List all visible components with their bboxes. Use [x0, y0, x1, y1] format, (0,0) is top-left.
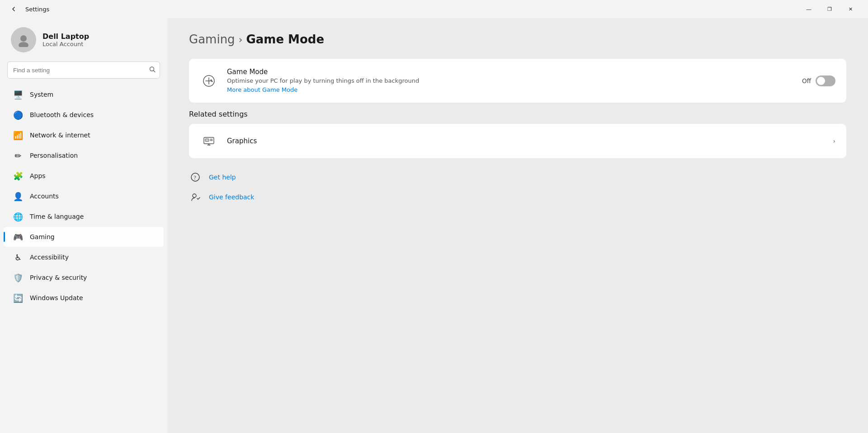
app-title: Settings: [25, 6, 793, 13]
game-mode-control: Off: [802, 75, 835, 86]
nav-list: 🖥️System🔵Bluetooth & devices📶Network & i…: [0, 84, 167, 308]
user-account-type: Local Account: [42, 41, 89, 47]
sidebar-item-accounts[interactable]: 👤Accounts: [4, 186, 164, 206]
sidebar-item-system[interactable]: 🖥️System: [4, 85, 164, 104]
sidebar-item-bluetooth[interactable]: 🔵Bluetooth & devices: [4, 105, 164, 125]
accessibility-nav-label: Accessibility: [30, 254, 69, 261]
window-controls: — ❐ ✕: [798, 2, 861, 16]
system-nav-icon: 🖥️: [13, 89, 24, 100]
breadcrumb-separator: ›: [239, 34, 243, 45]
apps-nav-icon: 🧩: [13, 170, 24, 181]
personalise-nav-icon: ✏️: [13, 150, 24, 161]
minimize-button[interactable]: —: [798, 2, 819, 16]
give-feedback-link[interactable]: Give feedback: [209, 193, 254, 201]
sidebar-item-personalise[interactable]: ✏️Personalisation: [4, 146, 164, 165]
user-name: Dell Laptop: [42, 32, 89, 41]
give-feedback-row[interactable]: Give feedback: [189, 189, 846, 205]
toggle-state-label: Off: [802, 77, 811, 85]
privacy-nav-icon: 🛡️: [13, 272, 24, 283]
system-nav-label: System: [30, 91, 53, 98]
game-mode-description: Optimise your PC for play by turning thi…: [227, 77, 793, 84]
accessibility-nav-icon: ♿: [13, 252, 24, 263]
time-nav-icon: 🌐: [13, 211, 24, 222]
related-settings-title: Related settings: [189, 110, 846, 118]
sidebar: Dell Laptop Local Account 🖥️System🔵Bluet…: [0, 18, 167, 433]
get-help-icon: ?: [189, 171, 202, 184]
network-nav-label: Network & internet: [30, 132, 90, 139]
update-nav-label: Windows Update: [30, 294, 83, 301]
breadcrumb-parent[interactable]: Gaming: [189, 33, 235, 46]
search-box: [7, 61, 160, 79]
privacy-nav-label: Privacy & security: [30, 274, 87, 281]
close-button[interactable]: ✕: [840, 2, 861, 16]
update-nav-icon: 🔄: [13, 292, 24, 303]
personalise-nav-label: Personalisation: [30, 152, 78, 159]
game-mode-info: Game Mode Optimise your PC for play by t…: [227, 68, 793, 94]
game-mode-card: Game Mode Optimise your PC for play by t…: [189, 59, 846, 103]
sidebar-item-update[interactable]: 🔄Windows Update: [4, 288, 164, 308]
game-mode-title: Game Mode: [227, 68, 793, 76]
game-mode-toggle[interactable]: [816, 75, 835, 86]
sidebar-item-apps[interactable]: 🧩Apps: [4, 166, 164, 186]
gaming-nav-icon: 🎮: [13, 231, 24, 242]
svg-point-5: [211, 79, 212, 80]
app-body: Dell Laptop Local Account 🖥️System🔵Bluet…: [0, 18, 868, 433]
main-content: Gaming › Game Mode Game Mode Optimise yo…: [167, 18, 868, 433]
help-section: ? Get help Give feedback: [189, 169, 846, 205]
game-mode-row: Game Mode Optimise your PC for play by t…: [189, 59, 846, 103]
time-nav-label: Time & language: [30, 213, 84, 220]
game-mode-icon: [200, 72, 218, 90]
user-info: Dell Laptop Local Account: [42, 32, 89, 47]
game-mode-link[interactable]: More about Game Mode: [227, 86, 297, 93]
sidebar-item-accessibility[interactable]: ♿Accessibility: [4, 247, 164, 267]
related-settings-card: Graphics ›: [189, 124, 846, 158]
get-help-row[interactable]: ? Get help: [189, 169, 846, 185]
sidebar-item-privacy[interactable]: 🛡️Privacy & security: [4, 268, 164, 287]
search-input[interactable]: [7, 61, 160, 79]
toggle-track[interactable]: [816, 75, 835, 86]
svg-text:?: ?: [194, 174, 196, 181]
give-feedback-icon: [189, 191, 202, 203]
sidebar-item-gaming[interactable]: 🎮Gaming: [4, 227, 164, 247]
restore-button[interactable]: ❐: [819, 2, 840, 16]
network-nav-icon: 📶: [13, 130, 24, 141]
toggle-thumb: [817, 77, 825, 85]
svg-point-0: [20, 35, 27, 42]
accounts-nav-icon: 👤: [13, 191, 24, 202]
breadcrumb-current: Game Mode: [246, 33, 324, 46]
sidebar-item-time[interactable]: 🌐Time & language: [4, 207, 164, 226]
breadcrumb: Gaming › Game Mode: [189, 33, 846, 46]
back-button[interactable]: [7, 3, 20, 15]
bluetooth-nav-label: Bluetooth & devices: [30, 111, 94, 118]
svg-point-15: [193, 194, 196, 198]
titlebar: Settings — ❐ ✕: [0, 0, 868, 18]
accounts-nav-label: Accounts: [30, 193, 59, 200]
avatar: [11, 27, 36, 52]
gaming-nav-label: Gaming: [30, 233, 55, 240]
graphics-icon: [200, 132, 218, 150]
apps-nav-label: Apps: [30, 172, 46, 179]
get-help-link[interactable]: Get help: [209, 174, 236, 181]
graphics-row[interactable]: Graphics ›: [189, 124, 846, 158]
svg-rect-8: [205, 139, 209, 141]
graphics-chevron-icon: ›: [833, 137, 835, 145]
graphics-label: Graphics: [227, 137, 824, 145]
bluetooth-nav-icon: 🔵: [13, 109, 24, 120]
sidebar-item-network[interactable]: 📶Network & internet: [4, 125, 164, 145]
user-section: Dell Laptop Local Account: [0, 18, 167, 60]
svg-point-1: [19, 42, 28, 47]
svg-point-6: [212, 80, 213, 82]
